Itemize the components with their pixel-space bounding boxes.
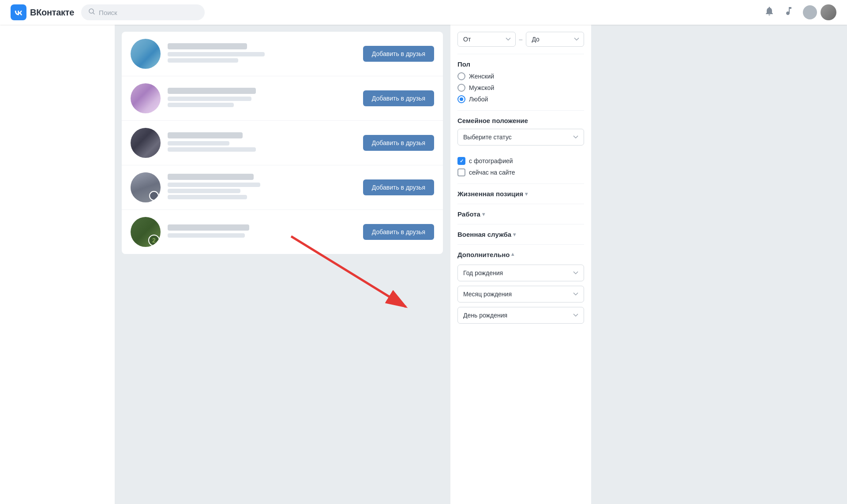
divider bbox=[457, 183, 584, 184]
gender-female-radio[interactable] bbox=[457, 72, 465, 80]
main-wrapper: Добавить в друзья Добавить в друзья bbox=[0, 25, 847, 504]
gender-male-option[interactable]: Мужской bbox=[457, 84, 584, 92]
birth-day-select[interactable]: День рождения bbox=[457, 307, 584, 324]
add-friend-button[interactable]: Добавить в друзья bbox=[363, 46, 434, 62]
family-status-select[interactable]: Выберите статус bbox=[457, 129, 584, 146]
vk-logo-text: ВКонтакте bbox=[30, 7, 74, 18]
gender-label: Пол bbox=[457, 60, 584, 68]
header-icons bbox=[764, 4, 836, 20]
user-name-blurred bbox=[168, 174, 254, 180]
user-name-blurred bbox=[168, 43, 247, 49]
main-header: ВКонтакте bbox=[0, 0, 847, 25]
online-now-option[interactable]: сейчас на сайте bbox=[457, 168, 584, 176]
user-info bbox=[168, 132, 356, 153]
user-info bbox=[168, 174, 356, 201]
header-avatar-main[interactable] bbox=[821, 4, 836, 20]
user-detail-blurred bbox=[168, 195, 247, 199]
user-detail-blurred bbox=[168, 58, 238, 63]
family-status-label: Семейное положение bbox=[457, 117, 584, 124]
work-chevron: ▾ bbox=[482, 211, 485, 217]
work-section[interactable]: Работа ▾ bbox=[457, 210, 584, 218]
add-friend-button[interactable]: Добавить в друзья bbox=[363, 90, 434, 106]
online-now-checkbox[interactable] bbox=[457, 168, 465, 176]
age-dash: – bbox=[519, 36, 523, 43]
right-sidebar-filters: От – До Пол Женский bbox=[450, 25, 591, 504]
additional-chevron: ▾ bbox=[511, 252, 514, 258]
work-label: Работа bbox=[457, 210, 480, 218]
list-item: Добавить в друзья bbox=[122, 76, 443, 121]
user-detail-blurred bbox=[168, 97, 251, 101]
gender-any-option[interactable]: Любой bbox=[457, 95, 584, 103]
with-photo-option[interactable]: с фотографией bbox=[457, 157, 584, 165]
header-avatars[interactable] bbox=[803, 4, 836, 20]
age-to-select[interactable]: До bbox=[526, 32, 584, 47]
divider bbox=[457, 244, 584, 245]
with-photo-label: с фотографией bbox=[469, 157, 513, 164]
gender-filter-section: Пол Женский Мужской Любой bbox=[457, 60, 584, 103]
user-detail-blurred bbox=[168, 189, 240, 193]
content-area: Добавить в друзья Добавить в друзья bbox=[115, 25, 450, 504]
user-info bbox=[168, 224, 356, 239]
music-icon[interactable] bbox=[783, 6, 794, 19]
additional-section[interactable]: Дополнительно ▾ bbox=[457, 251, 584, 258]
add-friend-button[interactable]: Добавить в друзья bbox=[363, 135, 434, 151]
life-position-chevron: ▾ bbox=[525, 191, 528, 197]
birth-year-select[interactable]: Год рождения bbox=[457, 265, 584, 281]
user-detail-blurred bbox=[168, 141, 229, 146]
gender-female-label: Женский bbox=[469, 73, 494, 80]
vk-logo[interactable]: ВКонтакте bbox=[11, 4, 74, 20]
user-detail-blurred bbox=[168, 52, 265, 56]
age-filter-section: От – До bbox=[457, 32, 584, 47]
avatar bbox=[131, 128, 161, 158]
user-info bbox=[168, 88, 356, 109]
search-bar[interactable] bbox=[81, 4, 205, 20]
gender-radio-group: Женский Мужской Любой bbox=[457, 72, 584, 103]
add-friend-button[interactable]: Добавить в друзья bbox=[363, 224, 434, 240]
divider bbox=[457, 204, 584, 204]
header-avatar-small bbox=[803, 5, 817, 19]
user-name-blurred bbox=[168, 132, 243, 138]
with-photo-checkbox[interactable] bbox=[457, 157, 465, 165]
military-label: Военная служба bbox=[457, 231, 511, 238]
left-sidebar bbox=[0, 25, 115, 504]
content-with-sidebar: Добавить в друзья Добавить в друзья bbox=[115, 25, 847, 504]
vk-logo-icon bbox=[11, 4, 26, 20]
user-info bbox=[168, 43, 356, 64]
avatar bbox=[131, 172, 161, 202]
user-detail-blurred bbox=[168, 147, 256, 152]
online-now-label: сейчас на сайте bbox=[469, 169, 515, 176]
divider bbox=[457, 224, 584, 224]
user-detail-blurred bbox=[168, 183, 260, 187]
family-status-section: Семейное положение Выберите статус bbox=[457, 117, 584, 150]
list-item: Добавить в друзья bbox=[122, 121, 443, 165]
list-item: 2 Добавить в друзья bbox=[122, 210, 443, 254]
military-chevron: ▾ bbox=[513, 231, 516, 238]
user-name-blurred bbox=[168, 224, 249, 231]
user-detail-blurred bbox=[168, 103, 234, 107]
age-range-row: От – До bbox=[457, 32, 584, 47]
list-item: Добавить в друзья bbox=[122, 32, 443, 76]
gender-male-radio[interactable] bbox=[457, 84, 465, 92]
notifications-icon[interactable] bbox=[764, 6, 775, 19]
age-from-select[interactable]: От bbox=[457, 32, 516, 47]
list-item: Добавить в друзья bbox=[122, 165, 443, 210]
user-detail-blurred bbox=[168, 233, 245, 238]
add-friend-button[interactable]: Добавить в друзья bbox=[363, 179, 434, 195]
birth-month-select[interactable]: Месяц рождения bbox=[457, 286, 584, 302]
military-section[interactable]: Военная служба ▾ bbox=[457, 231, 584, 238]
user-name-blurred bbox=[168, 88, 256, 94]
gender-female-option[interactable]: Женский bbox=[457, 72, 584, 80]
avatar: 2 bbox=[131, 217, 161, 247]
divider bbox=[457, 110, 584, 111]
additional-label: Дополнительно bbox=[457, 251, 510, 258]
life-position-label: Жизненная позиция bbox=[457, 190, 523, 198]
search-input[interactable] bbox=[99, 9, 198, 16]
gender-any-radio[interactable] bbox=[457, 95, 465, 103]
avatar bbox=[131, 83, 161, 113]
gender-any-label: Любой bbox=[469, 96, 488, 103]
life-position-section[interactable]: Жизненная позиция ▾ bbox=[457, 190, 584, 198]
divider bbox=[457, 54, 584, 54]
user-list: Добавить в друзья Добавить в друзья bbox=[122, 32, 443, 254]
search-icon bbox=[88, 8, 95, 17]
checkbox-group: с фотографией сейчас на сайте bbox=[457, 157, 584, 176]
